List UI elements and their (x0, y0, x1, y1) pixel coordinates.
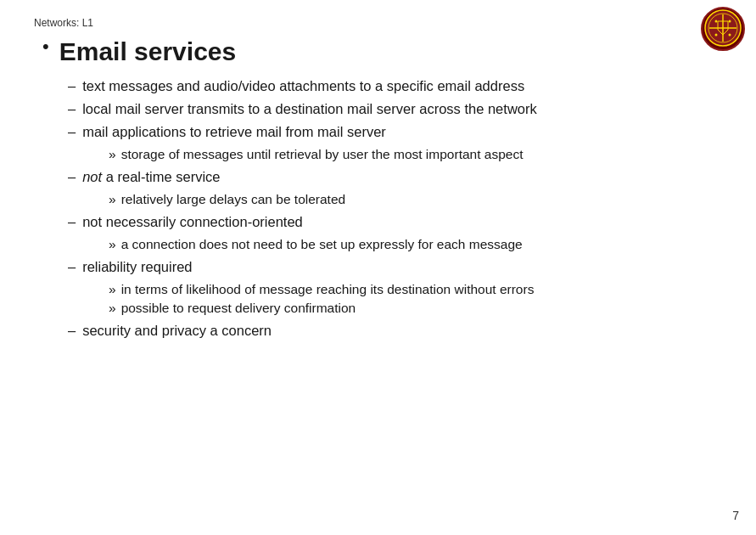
sub-item-text: a connection does not need to be set up … (121, 237, 523, 252)
list-item: – text messages and audio/video attachme… (68, 78, 722, 94)
sub-item: » possible to request delivery confirmat… (109, 301, 722, 316)
sub-arrow-icon: » (109, 301, 116, 316)
main-title: Email services (59, 37, 237, 66)
item-text: security and privacy a concern (82, 323, 272, 339)
dash-icon: – (68, 124, 76, 140)
sub-list: » storage of messages until retrieval by… (68, 147, 722, 162)
bullet-dot: • (42, 36, 49, 58)
sub-item-text: possible to request delivery confirmatio… (121, 301, 356, 316)
dash-icon: – (68, 259, 76, 275)
item-text: local mail server transmits to a destina… (82, 101, 537, 117)
page-number: 7 (732, 509, 739, 522)
sub-item: » storage of messages until retrieval by… (109, 147, 722, 162)
item-text: mail applications to retrieve mail from … (82, 124, 386, 140)
dash-icon: – (68, 169, 76, 185)
item-text: text messages and audio/video attachment… (82, 78, 524, 94)
svg-point-7 (729, 33, 731, 36)
sub-arrow-icon: » (109, 282, 116, 297)
dash-icon: – (68, 101, 76, 117)
sub-arrow-icon: » (109, 147, 116, 162)
list-item: – reliability required (68, 259, 722, 275)
dash-icon: – (68, 214, 76, 230)
main-bullet: • Email services (42, 37, 722, 66)
logo (701, 7, 748, 54)
sub-arrow-icon: » (109, 192, 116, 207)
sub-list: » in terms of likelihood of message reac… (68, 282, 722, 316)
item-text: not a real-time service (82, 169, 220, 185)
dash-icon: – (68, 78, 76, 94)
list-item: – not a real-time service (68, 169, 722, 185)
header-label: Networks: L1 (34, 17, 722, 29)
sub-item: » in terms of likelihood of message reac… (109, 282, 722, 297)
sub-list: » a connection does not need to be set u… (68, 237, 722, 252)
svg-point-4 (715, 20, 718, 22)
list-item: – not necessarily connection-oriented (68, 214, 722, 230)
sub-list: » relatively large delays can be tolerat… (68, 192, 722, 207)
svg-point-6 (715, 33, 718, 36)
italic-text: not (82, 169, 102, 184)
dash-icon: – (68, 323, 76, 339)
item-text: reliability required (82, 259, 192, 275)
logo-circle (701, 7, 745, 51)
item-text: not necessarily connection-oriented (82, 214, 303, 230)
list-item: – mail applications to retrieve mail fro… (68, 124, 722, 140)
content-list: – text messages and audio/video attachme… (42, 78, 722, 339)
sub-item-text: relatively large delays can be tolerated (121, 192, 346, 207)
logo-icon (704, 9, 742, 49)
slide-container: Networks: L1 (0, 0, 756, 535)
sub-arrow-icon: » (109, 237, 116, 252)
sub-item-text: storage of messages until retrieval by u… (121, 147, 524, 162)
list-item: – local mail server transmits to a desti… (68, 101, 722, 117)
list-item: – security and privacy a concern (68, 323, 722, 339)
sub-item-text: in terms of likelihood of message reachi… (121, 282, 535, 297)
sub-item: » relatively large delays can be tolerat… (109, 192, 722, 207)
svg-point-5 (729, 20, 731, 22)
main-content: • Email services – text messages and aud… (34, 37, 722, 339)
sub-item: » a connection does not need to be set u… (109, 237, 722, 252)
